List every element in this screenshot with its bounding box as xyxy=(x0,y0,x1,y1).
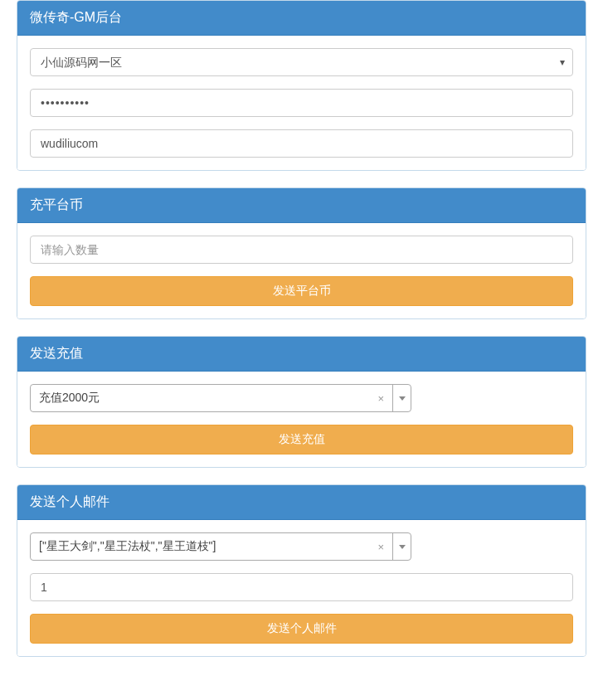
username-field[interactable] xyxy=(30,129,573,158)
panel-title: 发送充值 xyxy=(17,337,586,372)
panel-body: ["星王大剑","星王法杖","星王道枝"] × 发送个人邮件 xyxy=(17,520,586,656)
clear-icon[interactable]: × xyxy=(374,541,387,553)
chevron-down-icon[interactable] xyxy=(392,385,411,411)
items-select[interactable]: ["星王大剑","星王法杖","星王道枝"] × xyxy=(30,532,411,561)
panel-gm-backend: 微传奇-GM后台 小仙源码网一区 ▾ xyxy=(17,0,586,171)
quantity-input[interactable] xyxy=(30,573,573,601)
items-select-text: ["星王大剑","星王法杖","星王道枝"] xyxy=(39,539,369,554)
panel-body: 发送平台币 xyxy=(17,223,586,318)
send-mail-button[interactable]: 发送个人邮件 xyxy=(30,614,573,644)
send-platform-coin-button[interactable]: 发送平台币 xyxy=(30,276,573,306)
clear-icon[interactable]: × xyxy=(374,392,387,405)
panel-body: 充值2000元 × 发送充值 xyxy=(17,372,586,467)
panel-send-recharge: 发送充值 充值2000元 × 发送充值 xyxy=(17,336,586,468)
server-select[interactable]: 小仙源码网一区 xyxy=(30,48,573,76)
amount-input[interactable] xyxy=(30,236,573,264)
recharge-select[interactable]: 充值2000元 × xyxy=(30,384,411,412)
panel-title: 发送个人邮件 xyxy=(17,485,586,520)
send-recharge-button[interactable]: 发送充值 xyxy=(30,425,573,455)
server-select-wrap: 小仙源码网一区 ▾ xyxy=(30,48,573,76)
panel-title: 微传奇-GM后台 xyxy=(17,1,586,36)
chevron-down-icon[interactable] xyxy=(392,533,411,560)
recharge-select-text: 充值2000元 xyxy=(39,391,369,406)
panel-title: 充平台币 xyxy=(17,188,586,223)
panel-platform-coin: 充平台币 发送平台币 xyxy=(17,187,586,319)
panel-body: 小仙源码网一区 ▾ xyxy=(17,36,586,170)
panel-send-mail: 发送个人邮件 ["星王大剑","星王法杖","星王道枝"] × 发送个人邮件 xyxy=(17,484,586,657)
password-field[interactable] xyxy=(30,89,573,117)
